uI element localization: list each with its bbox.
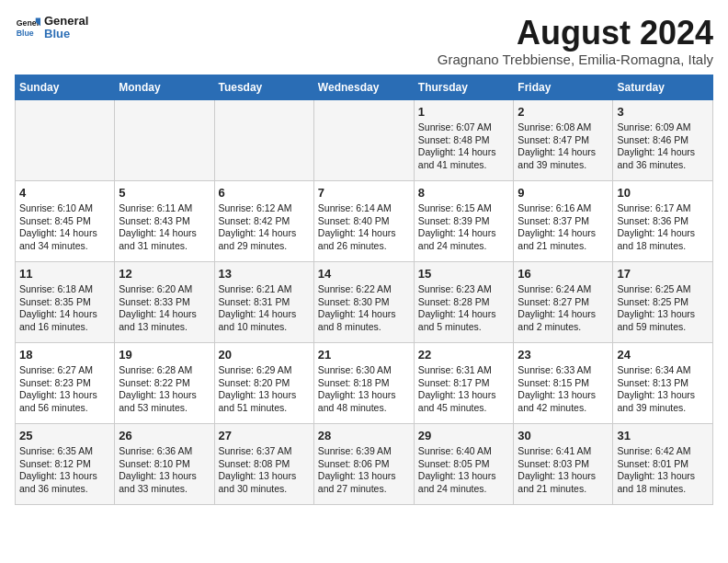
header-day-sunday: Sunday: [16, 75, 115, 99]
calendar-cell: 19Sunrise: 6:28 AM Sunset: 8:22 PM Dayli…: [115, 342, 214, 423]
header-day-thursday: Thursday: [414, 75, 514, 99]
calendar-cell: 12Sunrise: 6:20 AM Sunset: 8:33 PM Dayli…: [115, 261, 214, 342]
calendar-cell: 3Sunrise: 6:09 AM Sunset: 8:46 PM Daylig…: [613, 99, 713, 180]
calendar-body: 1Sunrise: 6:07 AM Sunset: 8:48 PM Daylig…: [16, 99, 713, 504]
day-info: Sunrise: 6:10 AM Sunset: 8:45 PM Dayligh…: [19, 202, 110, 253]
header-day-monday: Monday: [115, 75, 214, 99]
day-number: 26: [119, 428, 210, 444]
day-info: Sunrise: 6:09 AM Sunset: 8:46 PM Dayligh…: [617, 121, 709, 172]
calendar-cell: 28Sunrise: 6:39 AM Sunset: 8:06 PM Dayli…: [313, 423, 414, 504]
calendar-cell: 26Sunrise: 6:36 AM Sunset: 8:10 PM Dayli…: [115, 423, 214, 504]
day-number: 20: [219, 347, 310, 363]
day-number: 22: [418, 347, 510, 363]
calendar-header: SundayMondayTuesdayWednesdayThursdayFrid…: [16, 75, 713, 99]
day-info: Sunrise: 6:22 AM Sunset: 8:30 PM Dayligh…: [318, 283, 410, 334]
calendar-cell: 20Sunrise: 6:29 AM Sunset: 8:20 PM Dayli…: [214, 342, 313, 423]
calendar-cell: [115, 99, 214, 180]
header-row: SundayMondayTuesdayWednesdayThursdayFrid…: [16, 75, 713, 99]
day-info: Sunrise: 6:18 AM Sunset: 8:35 PM Dayligh…: [19, 283, 110, 334]
day-info: Sunrise: 6:17 AM Sunset: 8:36 PM Dayligh…: [617, 202, 709, 253]
day-number: 10: [617, 185, 709, 201]
calendar-cell: [214, 99, 313, 180]
logo-icon: General Blue: [15, 15, 40, 40]
logo-line1: General: [44, 15, 88, 28]
header-day-wednesday: Wednesday: [313, 75, 414, 99]
calendar-cell: 27Sunrise: 6:37 AM Sunset: 8:08 PM Dayli…: [214, 423, 313, 504]
day-info: Sunrise: 6:08 AM Sunset: 8:47 PM Dayligh…: [518, 121, 609, 172]
calendar-cell: 4Sunrise: 6:10 AM Sunset: 8:45 PM Daylig…: [16, 180, 115, 261]
day-number: 16: [518, 266, 609, 282]
calendar-cell: 9Sunrise: 6:16 AM Sunset: 8:37 PM Daylig…: [514, 180, 613, 261]
day-number: 5: [119, 185, 210, 201]
day-number: 1: [418, 104, 510, 121]
calendar-cell: 8Sunrise: 6:15 AM Sunset: 8:39 PM Daylig…: [414, 180, 514, 261]
svg-text:Blue: Blue: [17, 29, 34, 38]
day-number: 23: [518, 347, 609, 363]
day-number: 12: [119, 266, 210, 282]
day-number: 7: [318, 185, 410, 201]
day-number: 8: [418, 185, 510, 201]
day-number: 11: [19, 266, 110, 282]
day-info: Sunrise: 6:34 AM Sunset: 8:13 PM Dayligh…: [617, 364, 709, 415]
calendar-cell: 5Sunrise: 6:11 AM Sunset: 8:43 PM Daylig…: [115, 180, 214, 261]
calendar-cell: 1Sunrise: 6:07 AM Sunset: 8:48 PM Daylig…: [414, 99, 514, 180]
day-info: Sunrise: 6:07 AM Sunset: 8:48 PM Dayligh…: [418, 121, 510, 172]
day-number: 31: [617, 428, 709, 444]
day-number: 25: [19, 428, 110, 444]
day-info: Sunrise: 6:14 AM Sunset: 8:40 PM Dayligh…: [318, 202, 410, 253]
day-info: Sunrise: 6:36 AM Sunset: 8:10 PM Dayligh…: [119, 445, 210, 496]
day-info: Sunrise: 6:21 AM Sunset: 8:31 PM Dayligh…: [219, 283, 310, 334]
week-row-5: 25Sunrise: 6:35 AM Sunset: 8:12 PM Dayli…: [16, 423, 713, 504]
week-row-1: 1Sunrise: 6:07 AM Sunset: 8:48 PM Daylig…: [16, 99, 713, 180]
calendar-cell: 14Sunrise: 6:22 AM Sunset: 8:30 PM Dayli…: [313, 261, 414, 342]
day-info: Sunrise: 6:11 AM Sunset: 8:43 PM Dayligh…: [119, 202, 210, 253]
day-number: 21: [318, 347, 410, 363]
day-info: Sunrise: 6:20 AM Sunset: 8:33 PM Dayligh…: [119, 283, 210, 334]
day-number: 28: [318, 428, 410, 444]
day-number: 17: [617, 266, 709, 282]
calendar-cell: 10Sunrise: 6:17 AM Sunset: 8:36 PM Dayli…: [613, 180, 713, 261]
logo: General Blue General Blue: [15, 15, 88, 41]
calendar-cell: 23Sunrise: 6:33 AM Sunset: 8:15 PM Dayli…: [514, 342, 613, 423]
day-info: Sunrise: 6:29 AM Sunset: 8:20 PM Dayligh…: [219, 364, 310, 415]
day-number: 27: [219, 428, 310, 444]
day-info: Sunrise: 6:30 AM Sunset: 8:18 PM Dayligh…: [318, 364, 410, 415]
calendar-cell: 16Sunrise: 6:24 AM Sunset: 8:27 PM Dayli…: [514, 261, 613, 342]
day-number: 14: [318, 266, 410, 282]
calendar-cell: 2Sunrise: 6:08 AM Sunset: 8:47 PM Daylig…: [514, 99, 613, 180]
week-row-2: 4Sunrise: 6:10 AM Sunset: 8:45 PM Daylig…: [16, 180, 713, 261]
day-number: 24: [617, 347, 709, 363]
day-number: 2: [518, 104, 609, 121]
calendar-cell: 13Sunrise: 6:21 AM Sunset: 8:31 PM Dayli…: [214, 261, 313, 342]
page-header: General Blue General Blue August 2024 Gr…: [15, 15, 713, 67]
month-year: August 2024: [438, 15, 713, 52]
day-info: Sunrise: 6:40 AM Sunset: 8:05 PM Dayligh…: [418, 445, 510, 496]
calendar-cell: 6Sunrise: 6:12 AM Sunset: 8:42 PM Daylig…: [214, 180, 313, 261]
day-info: Sunrise: 6:27 AM Sunset: 8:23 PM Dayligh…: [19, 364, 110, 415]
day-info: Sunrise: 6:25 AM Sunset: 8:25 PM Dayligh…: [617, 283, 709, 334]
calendar-cell: 7Sunrise: 6:14 AM Sunset: 8:40 PM Daylig…: [313, 180, 414, 261]
day-info: Sunrise: 6:28 AM Sunset: 8:22 PM Dayligh…: [119, 364, 210, 415]
location: Gragnano Trebbiense, Emilia-Romagna, Ita…: [438, 52, 713, 67]
calendar-table: SundayMondayTuesdayWednesdayThursdayFrid…: [15, 75, 713, 505]
week-row-3: 11Sunrise: 6:18 AM Sunset: 8:35 PM Dayli…: [16, 261, 713, 342]
day-info: Sunrise: 6:24 AM Sunset: 8:27 PM Dayligh…: [518, 283, 609, 334]
header-day-friday: Friday: [514, 75, 613, 99]
day-number: 6: [219, 185, 310, 201]
title-block: August 2024 Gragnano Trebbiense, Emilia-…: [438, 15, 713, 67]
day-number: 9: [518, 185, 609, 201]
calendar-cell: 21Sunrise: 6:30 AM Sunset: 8:18 PM Dayli…: [313, 342, 414, 423]
day-info: Sunrise: 6:23 AM Sunset: 8:28 PM Dayligh…: [418, 283, 510, 334]
day-number: 4: [19, 185, 110, 201]
calendar-cell: 18Sunrise: 6:27 AM Sunset: 8:23 PM Dayli…: [16, 342, 115, 423]
calendar-cell: 17Sunrise: 6:25 AM Sunset: 8:25 PM Dayli…: [613, 261, 713, 342]
day-info: Sunrise: 6:16 AM Sunset: 8:37 PM Dayligh…: [518, 202, 609, 253]
week-row-4: 18Sunrise: 6:27 AM Sunset: 8:23 PM Dayli…: [16, 342, 713, 423]
day-number: 18: [19, 347, 110, 363]
calendar-cell: 25Sunrise: 6:35 AM Sunset: 8:12 PM Dayli…: [16, 423, 115, 504]
day-info: Sunrise: 6:35 AM Sunset: 8:12 PM Dayligh…: [19, 445, 110, 496]
day-info: Sunrise: 6:33 AM Sunset: 8:15 PM Dayligh…: [518, 364, 609, 415]
day-number: 30: [518, 428, 609, 444]
day-number: 3: [617, 104, 709, 121]
header-day-tuesday: Tuesday: [214, 75, 313, 99]
